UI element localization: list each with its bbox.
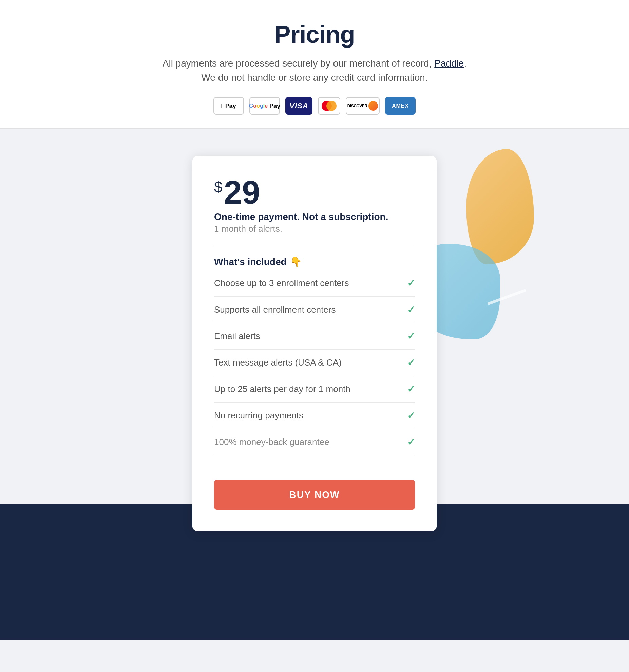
price-container: $ 29 One-time payment. Not a subscriptio…: [214, 176, 415, 234]
check-icon: ✓: [407, 331, 415, 342]
subtitle: All payments are processed securely by o…: [163, 56, 466, 85]
buy-now-button[interactable]: BUY NOW: [214, 480, 415, 510]
pricing-card: $ 29 One-time payment. Not a subscriptio…: [192, 156, 437, 531]
feature-text: No recurring payments: [214, 410, 303, 421]
feature-item: Supports all enrollment centers ✓: [214, 297, 415, 323]
check-icon: ✓: [407, 410, 415, 421]
header-section: Pricing All payments are processed secur…: [0, 0, 629, 129]
visa-icon: VISA: [285, 97, 312, 115]
feature-item: 100% money-back guarantee ✓: [214, 429, 415, 455]
check-icon: ✓: [407, 357, 415, 368]
feature-text: Text message alerts (USA & CA): [214, 357, 342, 368]
price-amount: 29: [224, 176, 260, 209]
payment-type-text: One-time payment. Not a subscription.: [214, 211, 415, 222]
feature-item: Choose up to 3 enrollment centers ✓: [214, 270, 415, 297]
google-pay-icon: Google Pay: [249, 97, 280, 115]
feature-text-linked: 100% money-back guarantee: [214, 437, 329, 447]
discover-icon: DISCOVER: [346, 97, 380, 115]
feature-text: Up to 25 alerts per day for 1 month: [214, 384, 350, 394]
price-dollar-sign: $: [214, 179, 222, 196]
price-description: One-time payment. Not a subscription. 1 …: [214, 211, 415, 234]
payment-icons-container:  Pay Google Pay VISA DISCOVER: [213, 97, 416, 115]
feature-item: Email alerts ✓: [214, 323, 415, 350]
feature-item: Up to 25 alerts per day for 1 month ✓: [214, 376, 415, 403]
card-top: $ 29 One-time payment. Not a subscriptio…: [192, 156, 437, 469]
check-icon: ✓: [407, 384, 415, 395]
blob-white-streak: [487, 289, 526, 305]
feature-item: Text message alerts (USA & CA) ✓: [214, 350, 415, 376]
feature-text: Email alerts: [214, 331, 260, 341]
feature-text: Choose up to 3 enrollment centers: [214, 278, 349, 288]
check-icon: ✓: [407, 436, 415, 448]
whats-included-heading: What's included 👇: [214, 256, 415, 267]
feature-item: No recurring payments ✓: [214, 403, 415, 429]
check-icon: ✓: [407, 304, 415, 315]
card-bottom: BUY NOW: [192, 469, 437, 531]
divider-1: [214, 245, 415, 245]
amex-icon: AMEX: [385, 97, 416, 115]
discover-circle: [368, 101, 378, 111]
discover-text: DISCOVER: [347, 104, 367, 108]
price-display: $ 29: [214, 176, 415, 209]
blob-orange: [466, 149, 534, 264]
paddle-link[interactable]: Paddle: [434, 58, 464, 69]
features-list: Choose up to 3 enrollment centers ✓ Supp…: [214, 270, 415, 455]
check-icon: ✓: [407, 278, 415, 289]
feature-text: Supports all enrollment centers: [214, 304, 336, 315]
whats-included-label: What's included: [214, 257, 287, 267]
mc-orange-circle: [326, 101, 337, 111]
whats-included-emoji: 👇: [290, 256, 302, 267]
subtitle-line2: We do not handle or store any credit car…: [201, 72, 427, 83]
main-section: $ 29 One-time payment. Not a subscriptio…: [0, 129, 629, 531]
mastercard-icon: [318, 97, 340, 115]
apple-pay-icon:  Pay: [213, 97, 244, 115]
page-title: Pricing: [274, 20, 355, 48]
page-wrapper: Pricing All payments are processed secur…: [0, 0, 629, 640]
duration-text: 1 month of alerts.: [214, 224, 282, 234]
subtitle-line1: All payments are processed securely by o…: [163, 58, 432, 69]
